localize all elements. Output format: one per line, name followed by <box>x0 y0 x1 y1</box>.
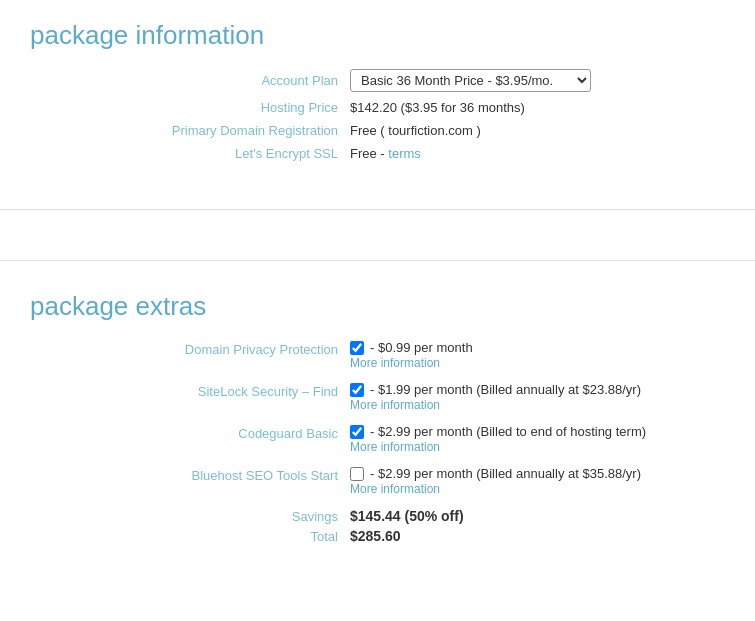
package-extras-section: package extras Domain Privacy Protection… <box>0 271 755 578</box>
ssl-row: Let's Encrypt SSL Free - terms <box>30 146 725 161</box>
savings-value: $145.44 (50% off) <box>350 508 464 524</box>
account-plan-row: Account Plan Basic 36 Month Price - $3.9… <box>30 69 725 92</box>
extra-desc-2: - $2.99 per month (Billed to end of host… <box>370 424 646 439</box>
ssl-label: Let's Encrypt SSL <box>30 146 350 161</box>
extra-label-2: Codeguard Basic <box>30 424 350 441</box>
primary-domain-label: Primary Domain Registration <box>30 123 350 138</box>
extra-row-2: Codeguard Basic - $2.99 per month (Bille… <box>30 424 725 464</box>
total-row: Total $285.60 <box>30 528 725 544</box>
ssl-separator: - <box>377 146 389 161</box>
extra-checkbox-3[interactable] <box>350 467 364 481</box>
package-info-section: package information Account Plan Basic 3… <box>0 0 755 199</box>
extra-value-block-1: - $1.99 per month (Billed annually at $2… <box>350 382 641 422</box>
extra-value-line-0: - $0.99 per month <box>350 340 473 355</box>
extra-row-0: Domain Privacy Protection - $0.99 per mo… <box>30 340 725 380</box>
hosting-price-value: $142.20 ($3.95 for 36 months) <box>350 100 525 115</box>
hosting-price-row: Hosting Price $142.20 ($3.95 for 36 mont… <box>30 100 725 115</box>
extra-label-3: Bluehost SEO Tools Start <box>30 466 350 483</box>
extra-desc-3: - $2.99 per month (Billed annually at $3… <box>370 466 641 481</box>
total-label: Total <box>30 529 350 544</box>
extra-row-3: Bluehost SEO Tools Start - $2.99 per mon… <box>30 466 725 506</box>
extra-checkbox-0[interactable] <box>350 341 364 355</box>
ssl-value: Free - terms <box>350 146 421 161</box>
extra-checkbox-1[interactable] <box>350 383 364 397</box>
spacer <box>0 220 755 250</box>
extra-value-block-2: - $2.99 per month (Billed to end of host… <box>350 424 646 464</box>
extra-label-1: SiteLock Security – Find <box>30 382 350 399</box>
extra-value-block-3: - $2.99 per month (Billed annually at $3… <box>350 466 641 506</box>
package-info-title: package information <box>30 20 725 51</box>
extra-value-line-2: - $2.99 per month (Billed to end of host… <box>350 424 646 439</box>
extra-value-line-3: - $2.99 per month (Billed annually at $3… <box>350 466 641 481</box>
section-divider-top <box>0 209 755 210</box>
section-divider-bottom <box>0 260 755 261</box>
ssl-terms-link[interactable]: terms <box>388 146 421 161</box>
extra-checkbox-2[interactable] <box>350 425 364 439</box>
savings-row: Savings $145.44 (50% off) <box>30 508 725 524</box>
extra-value-block-0: - $0.99 per month More information <box>350 340 473 380</box>
extra-more-info-0[interactable]: More information <box>350 356 473 370</box>
extra-more-info-3[interactable]: More information <box>350 482 641 496</box>
primary-domain-value: Free ( tourfiction.com ) <box>350 123 481 138</box>
account-plan-label: Account Plan <box>30 73 350 88</box>
extra-label-0: Domain Privacy Protection <box>30 340 350 357</box>
account-plan-select[interactable]: Basic 36 Month Price - $3.95/mo. Basic 2… <box>350 69 591 92</box>
extra-more-info-2[interactable]: More information <box>350 440 646 454</box>
extra-value-line-1: - $1.99 per month (Billed annually at $2… <box>350 382 641 397</box>
hosting-price-label: Hosting Price <box>30 100 350 115</box>
extra-desc-1: - $1.99 per month (Billed annually at $2… <box>370 382 641 397</box>
savings-label: Savings <box>30 509 350 524</box>
extra-more-info-1[interactable]: More information <box>350 398 641 412</box>
primary-domain-row: Primary Domain Registration Free ( tourf… <box>30 123 725 138</box>
ssl-free-text: Free <box>350 146 377 161</box>
total-value: $285.60 <box>350 528 401 544</box>
account-plan-value[interactable]: Basic 36 Month Price - $3.95/mo. Basic 2… <box>350 69 591 92</box>
package-extras-title: package extras <box>30 291 725 322</box>
extra-desc-0: - $0.99 per month <box>370 340 473 355</box>
extra-row-1: SiteLock Security – Find - $1.99 per mon… <box>30 382 725 422</box>
